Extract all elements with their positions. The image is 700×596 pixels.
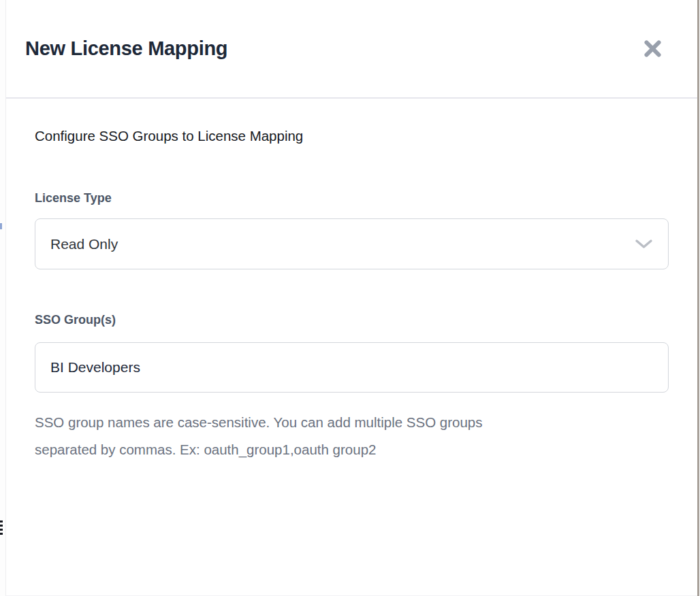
- chevron-down-icon: [635, 239, 653, 250]
- background-page-edge: [0, 0, 5, 596]
- modal-description: Configure SSO Groups to License Mapping: [35, 127, 669, 146]
- background-text-fragment: [0, 529, 3, 531]
- modal-body: Configure SSO Groups to License Mapping …: [6, 127, 697, 463]
- close-button[interactable]: [637, 34, 667, 64]
- sso-groups-helper-text: SSO group names are case-sensitive. You …: [35, 409, 669, 463]
- background-text-fragment: [0, 533, 3, 535]
- sso-groups-input[interactable]: [35, 342, 669, 393]
- sso-groups-label: SSO Group(s): [35, 312, 669, 327]
- license-type-label: License Type: [35, 191, 669, 205]
- helper-line-1: SSO group names are case-sensitive. You …: [35, 409, 669, 436]
- window-right-edge: [697, 0, 699, 596]
- license-type-select[interactable]: Read Only: [35, 218, 669, 269]
- modal-title: New License Mapping: [25, 37, 227, 60]
- background-link-fragment: [0, 223, 2, 229]
- background-text-fragment: [0, 525, 3, 527]
- helper-line-2: separated by commas. Ex: oauth_group1,oa…: [35, 436, 669, 463]
- close-icon: [642, 38, 663, 59]
- license-type-selected-value: Read Only: [50, 236, 118, 252]
- new-license-mapping-modal: New License Mapping Configure SSO Groups…: [5, 0, 697, 596]
- modal-header: New License Mapping: [6, 0, 697, 97]
- background-text-fragment: [0, 520, 3, 523]
- header-divider: [6, 97, 697, 99]
